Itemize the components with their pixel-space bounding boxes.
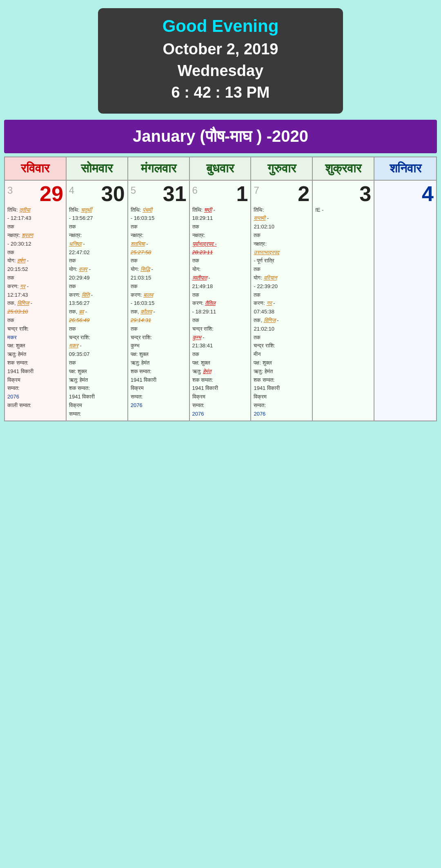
header-saturday: शनिवार — [374, 157, 436, 180]
prev-month-date: 5 — [131, 183, 136, 198]
header-wednesday: बुधवार — [190, 157, 252, 180]
header-friday: शुक्रवार — [313, 157, 374, 180]
cell-dec29: 3 29 तिथि: तृतीया - 12:17:43 तक नक्षत्र:… — [5, 181, 67, 421]
date-text: October 2, 2019 — [122, 38, 318, 60]
cell-details: fE - — [315, 206, 371, 215]
cell-details: तिथि: चतुर्थी - 13:56:27 तक नक्षत्र: धनि… — [69, 206, 125, 418]
cell-dec31: 5 31 तिथि: पंचमी - 16:03:15 तक नक्षत्र: … — [128, 181, 190, 421]
cell-jan3: 3 fE - — [313, 181, 374, 421]
date-number: 29 — [40, 183, 63, 204]
cell-details: तिथि: षष्ठी - 18:29:11 तक नक्षत्र: पूर्व… — [192, 206, 248, 418]
day-text: Wednesday — [122, 60, 318, 82]
header-thursday: गुरुवार — [251, 157, 313, 180]
month-header: January (पौष-माघ ) -2020 — [4, 120, 437, 153]
header-monday: सोमवार — [67, 157, 128, 180]
cell-details: तिथि: पंचमी - 16:03:15 तक नक्षत्र: शतभिष… — [131, 206, 187, 410]
prev-month-date: 4 — [69, 183, 74, 198]
header-section: Good Evening October 2, 2019 Wednesday 6… — [0, 0, 441, 120]
cell-details: तिथि: तृतीया - 12:17:43 तक नक्षत्र: श्रव… — [7, 206, 63, 410]
header-sunday: रविवार — [5, 157, 67, 180]
time-text: 6 : 42 : 13 PM — [122, 82, 318, 103]
cell-dec30: 4 30 तिथि: चतुर्थी - 13:56:27 तक नक्षत्र… — [67, 181, 128, 421]
header-box: Good Evening October 2, 2019 Wednesday 6… — [98, 8, 343, 114]
calendar-grid: रविवार सोमवार मंगलवार बुधवार गुरुवार शुक… — [4, 157, 437, 422]
date-number: 1 — [236, 183, 248, 204]
day-headers-row: रविवार सोमवार मंगलवार बुधवार गुरुवार शुक… — [5, 157, 436, 181]
date-number: 4 — [422, 183, 434, 204]
prev-month-date: 7 — [254, 183, 259, 198]
date-number: 2 — [298, 183, 310, 204]
greeting-text: Good Evening — [122, 16, 318, 36]
cell-jan2: 7 2 तिथि: सप्तमी - 21:02:10 तक नक्षत्र: … — [251, 181, 313, 421]
prev-month-date: 3 — [7, 183, 13, 198]
prev-month-date: 6 — [192, 183, 198, 198]
cell-details: तिथि: सप्तमी - 21:02:10 तक नक्षत्र: उत्त… — [254, 206, 310, 418]
date-number: 3 — [359, 183, 371, 204]
cell-jan1: 6 1 तिथि: षष्ठी - 18:29:11 तक नक्षत्र: प… — [190, 181, 252, 421]
date-number: 31 — [163, 183, 187, 204]
date-number: 30 — [101, 183, 125, 204]
cell-jan4: 4 — [374, 181, 436, 421]
header-tuesday: मंगलवार — [128, 157, 190, 180]
calendar-row-1: 3 29 तिथि: तृतीया - 12:17:43 तक नक्षत्र:… — [5, 181, 436, 421]
